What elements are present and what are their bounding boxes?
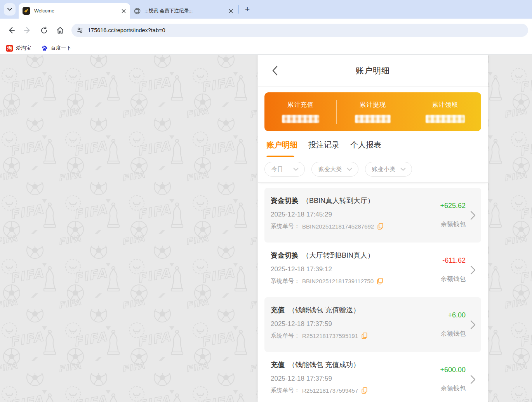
- url-bar[interactable]: 175616.cc/reports/index?tab=0: [71, 24, 528, 37]
- transaction-amount: +600.00: [440, 366, 466, 374]
- order-number: R2512181737595191: [302, 333, 358, 339]
- filter-label: 账变小类: [372, 166, 395, 173]
- transaction-time: 2025-12-18 17:37:59: [271, 375, 440, 383]
- transaction-row-3[interactable]: 充值（钱能钱包 充值成功） 2025-12-18 17:37:59 系统单号： …: [264, 352, 481, 402]
- tab-label: 账户明细: [266, 140, 297, 149]
- bookmarks-bar: 淘 爱淘宝 百度一下: [0, 42, 532, 55]
- bookmark-label: 爱淘宝: [16, 45, 31, 52]
- summary-label: 累计领取: [432, 101, 458, 109]
- summary-label: 累计提现: [360, 101, 386, 109]
- gold-emblem-icon: [23, 7, 30, 15]
- date-filter-dropdown[interactable]: 今日: [264, 162, 305, 177]
- transaction-time: 2025-12-18 17:39:12: [271, 265, 441, 273]
- chevron-down-icon: [293, 168, 299, 171]
- order-number: BBIN202512181745287692: [302, 223, 374, 230]
- account-detail-panel: 账户明细 累计充值 累计提现 累计领取 账户明细: [257, 55, 488, 402]
- transaction-amount: +6.00: [448, 311, 466, 319]
- page-background: FIFA FIFA FIFA 账户明细 累计充值: [0, 55, 532, 402]
- transaction-row-1[interactable]: 资金切换（大厅转到BBIN真人） 2025-12-18 17:39:12 系统单…: [264, 243, 481, 297]
- censored-value: [355, 115, 391, 123]
- bookmark-label: 百度一下: [51, 45, 71, 52]
- section-tabs: 账户明细 投注记录 个人报表: [258, 133, 488, 157]
- page-title: 账户明细: [356, 65, 390, 76]
- site-info-icon[interactable]: [76, 27, 83, 34]
- tab-label: 个人报表: [350, 140, 381, 149]
- transaction-detail: （大厅转到BBIN真人）: [302, 251, 374, 259]
- tab-separator: [238, 5, 239, 14]
- browser-tab-records[interactable]: :::视讯 会员下注纪录:::: [130, 3, 237, 19]
- browser-tab-welcome[interactable]: Welcome: [19, 3, 130, 19]
- order-number-label: 系统单号：: [271, 223, 300, 230]
- copy-icon[interactable]: [362, 333, 367, 339]
- filter-bar: 今日 账变大类 账变小类: [258, 157, 488, 183]
- summary-label: 累计充值: [287, 101, 314, 109]
- filter-label: 今日: [271, 166, 283, 173]
- transaction-type: 资金切换: [271, 251, 299, 259]
- bookmark-taobao[interactable]: 淘 爱淘宝: [6, 45, 31, 52]
- tab-label: 投注记录: [308, 140, 339, 149]
- chevron-right-icon: [470, 320, 476, 329]
- chevron-down-icon: [7, 8, 12, 11]
- order-number: R2512181737599457: [302, 387, 358, 394]
- censored-value: [426, 115, 465, 123]
- tab-title: :::视讯 会员下注纪录:::: [144, 8, 227, 14]
- url-text[interactable]: 175616.cc/reports/index?tab=0: [88, 27, 165, 33]
- transaction-detail: （BBIN真人转到大厅）: [302, 197, 374, 204]
- back-chevron-button[interactable]: [269, 55, 280, 86]
- taobao-icon: 淘: [6, 45, 13, 52]
- back-button[interactable]: [5, 24, 18, 37]
- chevron-right-icon: [470, 265, 476, 275]
- censored-value: [282, 115, 319, 123]
- home-button[interactable]: [54, 24, 67, 37]
- new-tab-button[interactable]: +: [242, 4, 253, 15]
- bookmark-baidu[interactable]: 百度一下: [41, 45, 71, 52]
- forward-button[interactable]: [21, 24, 34, 37]
- major-category-dropdown[interactable]: 账变大类: [311, 162, 358, 177]
- browser-toolbar: 175616.cc/reports/index?tab=0: [0, 19, 532, 42]
- tab-search-button[interactable]: [4, 3, 16, 16]
- chevron-right-icon: [470, 375, 476, 384]
- wallet-label: 余额钱包: [441, 330, 466, 338]
- chevron-left-icon: [272, 66, 278, 76]
- baidu-paw-icon: [41, 45, 48, 52]
- order-number: BBIN202512181739112750: [302, 278, 374, 284]
- wallet-label: 余额钱包: [441, 220, 466, 229]
- transaction-list: 资金切换（BBIN真人转到大厅） 2025-12-18 17:45:29 系统单…: [258, 183, 488, 402]
- copy-icon[interactable]: [377, 278, 383, 284]
- close-icon[interactable]: [227, 7, 234, 14]
- chevron-right-icon: [470, 211, 476, 220]
- summary-total-claimed: 累计领取: [409, 101, 481, 123]
- transaction-type: 资金切换: [271, 197, 299, 204]
- copy-icon[interactable]: [377, 223, 383, 230]
- reload-button[interactable]: [37, 24, 50, 37]
- tab-account-detail[interactable]: 账户明细: [266, 132, 297, 158]
- globe-icon: [134, 8, 141, 14]
- wallet-label: 余额钱包: [441, 385, 466, 393]
- copy-icon[interactable]: [362, 387, 367, 394]
- browser-tab-strip: Welcome :::视讯 会员下注纪录::: +: [0, 0, 532, 19]
- transaction-detail: （钱能钱包 充值成功）: [288, 361, 360, 369]
- tab-title: Welcome: [34, 8, 120, 14]
- tab-personal-report[interactable]: 个人报表: [350, 132, 381, 158]
- wallet-label: 余额钱包: [441, 275, 466, 283]
- order-number-label: 系统单号：: [271, 387, 300, 394]
- transaction-type: 充值: [271, 306, 285, 314]
- summary-total-deposit: 累计充值: [264, 101, 336, 123]
- summary-total-withdraw: 累计提现: [337, 101, 409, 123]
- order-number-label: 系统单号：: [271, 277, 300, 285]
- panel-header: 账户明细: [258, 55, 488, 87]
- transaction-amount: +625.62: [440, 202, 466, 210]
- summary-card: 累计充值 累计提现 累计领取: [264, 92, 481, 131]
- filter-label: 账变大类: [318, 166, 342, 173]
- transaction-row-2[interactable]: 充值（钱能钱包 充值赠送） 2025-12-18 17:37:59 系统单号： …: [264, 297, 481, 352]
- transaction-detail: （钱能钱包 充值赠送）: [288, 306, 360, 314]
- order-number-label: 系统单号：: [271, 332, 300, 340]
- minor-category-dropdown[interactable]: 账变小类: [365, 162, 412, 177]
- transaction-amount: -611.62: [442, 256, 466, 265]
- chevron-down-icon: [400, 168, 406, 171]
- close-icon[interactable]: [120, 7, 127, 14]
- transaction-row-0[interactable]: 资金切换（BBIN真人转到大厅） 2025-12-18 17:45:29 系统单…: [264, 188, 481, 243]
- tab-bet-records[interactable]: 投注记录: [308, 132, 339, 158]
- transaction-time: 2025-12-18 17:37:59: [271, 320, 441, 328]
- chevron-down-icon: [347, 168, 352, 171]
